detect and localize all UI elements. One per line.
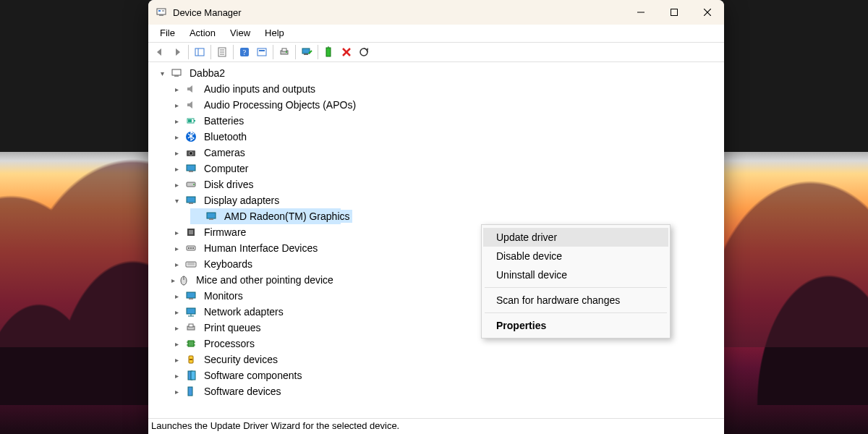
svg-rect-0: [157, 9, 166, 14]
svg-point-20: [286, 51, 287, 53]
chevron-right-icon[interactable]: ▸: [171, 386, 182, 396]
chevron-right-icon[interactable]: ▸: [171, 291, 182, 301]
chevron-down-icon[interactable]: ▾: [157, 68, 167, 78]
svg-rect-55: [189, 298, 193, 299]
tree-label: Batteries: [202, 114, 246, 127]
status-text: Launches the Update Driver Wizard for th…: [151, 420, 399, 431]
tree-label: Processors: [202, 337, 257, 350]
window-title: Device Manager: [173, 7, 624, 18]
svg-rect-67: [190, 359, 192, 360]
chevron-right-icon[interactable]: ▸: [171, 179, 182, 190]
chevron-right-icon[interactable]: ▸: [171, 116, 182, 126]
disable-icon[interactable]: [338, 43, 355, 61]
ctx-properties[interactable]: Properties: [483, 316, 668, 335]
tree-category[interactable]: ▸ Batteries: [153, 113, 724, 129]
tree-root[interactable]: ▾ Dabba2: [153, 65, 724, 81]
software-icon: [184, 385, 197, 398]
svg-rect-16: [258, 48, 266, 56]
tree-category[interactable]: ▸ Computer: [153, 161, 724, 176]
menu-view[interactable]: View: [223, 26, 258, 40]
disk-icon: [184, 178, 197, 191]
tree-label: Computer: [202, 162, 250, 175]
tree-label: Security devices: [202, 353, 280, 366]
tree-category[interactable]: ▸ Audio inputs and outputs: [153, 81, 724, 97]
tree-category[interactable]: ▸ Disk drives: [153, 176, 724, 192]
action-icon[interactable]: [253, 43, 271, 61]
tree-category[interactable]: ▸ Bluetooth: [153, 129, 724, 145]
tree-label: Disk drives: [202, 178, 255, 191]
monitor-icon: [205, 210, 218, 223]
chevron-right-icon[interactable]: ▸: [171, 370, 182, 380]
tree-label: Software components: [202, 369, 304, 382]
chevron-right-icon[interactable]: ▸: [171, 84, 182, 94]
menu-action[interactable]: Action: [182, 26, 223, 40]
menu-file[interactable]: File: [153, 26, 182, 40]
tree-category[interactable]: ▸ Audio Processing Objects (APOs): [153, 97, 724, 113]
bluetooth-icon: [184, 130, 197, 143]
chevron-right-icon[interactable]: ▸: [171, 259, 182, 269]
chevron-right-icon[interactable]: ▸: [171, 132, 182, 142]
chevron-right-icon[interactable]: ▸: [171, 307, 182, 317]
chevron-right-icon[interactable]: ▸: [171, 100, 182, 110]
chevron-right-icon[interactable]: ▸: [171, 354, 182, 365]
ctx-scan-hardware[interactable]: Scan for hardware changes: [483, 291, 668, 310]
tree-category[interactable]: ▸ Software devices: [153, 383, 724, 399]
maximize-button[interactable]: [658, 0, 691, 25]
svg-rect-60: [189, 324, 193, 327]
chevron-right-icon[interactable]: ▸: [171, 148, 182, 158]
svg-rect-41: [207, 213, 216, 218]
chevron-right-icon[interactable]: ▸: [171, 339, 182, 349]
menu-help[interactable]: Help: [258, 26, 292, 40]
tree-label: Network adapters: [202, 305, 286, 318]
forward-icon[interactable]: [169, 43, 186, 61]
chevron-right-icon[interactable]: ▸: [171, 163, 182, 174]
chevron-down-icon[interactable]: ▾: [171, 195, 182, 205]
tree-label: Bluetooth: [202, 130, 249, 143]
chevron-right-icon[interactable]: ▸: [171, 227, 182, 237]
back-icon[interactable]: [151, 43, 169, 61]
camera-icon: [184, 146, 197, 159]
tree-category[interactable]: ▸ Software components: [153, 367, 724, 383]
update-driver-icon[interactable]: [298, 43, 315, 61]
tree-category-display-adapters[interactable]: ▾ Display adapters: [153, 192, 724, 208]
show-hide-console-icon[interactable]: [191, 43, 208, 61]
close-button[interactable]: [691, 0, 724, 25]
print-icon[interactable]: [276, 43, 293, 61]
hid-icon: [184, 242, 197, 255]
help-icon[interactable]: ?: [236, 43, 253, 61]
menubar: File Action View Help: [148, 25, 724, 42]
window-controls: [624, 0, 724, 25]
chevron-right-icon[interactable]: ▸: [171, 323, 182, 333]
security-icon: [184, 353, 197, 366]
properties-icon[interactable]: [213, 43, 231, 61]
tree-device-amd-radeon[interactable]: AMD Radeon(TM) Graphics: [153, 208, 724, 224]
tree-label: Audio Processing Objects (APOs): [202, 98, 358, 111]
chevron-right-icon[interactable]: ▸: [171, 243, 182, 253]
ctx-uninstall-device[interactable]: Uninstall device: [483, 265, 668, 284]
tree-category[interactable]: ▸ Cameras: [153, 145, 724, 161]
context-menu: Update driver Disable device Uninstall d…: [481, 224, 671, 339]
tree-label: Software devices: [202, 385, 284, 398]
scan-icon[interactable]: [355, 43, 373, 61]
toolbar: ?: [148, 42, 724, 62]
titlebar[interactable]: Device Manager: [148, 0, 724, 25]
tree-label: Monitors: [202, 289, 245, 302]
tree-category[interactable]: ▸ Mice and other pointing devices: [153, 272, 333, 288]
context-separator: [485, 287, 667, 288]
svg-text:?: ?: [243, 48, 247, 56]
svg-rect-47: [190, 247, 192, 249]
tree-category[interactable]: ▸ Security devices: [153, 352, 724, 367]
software-icon: [184, 369, 197, 382]
svg-rect-23: [326, 48, 331, 56]
no-expander: [192, 211, 202, 221]
chevron-right-icon[interactable]: ▸: [171, 275, 175, 285]
svg-rect-5: [671, 9, 678, 16]
ctx-update-driver[interactable]: Update driver: [483, 228, 668, 247]
enable-icon[interactable]: [320, 43, 338, 61]
context-separator: [485, 312, 667, 313]
minimize-button[interactable]: [624, 0, 658, 25]
app-icon: [156, 7, 167, 18]
ctx-disable-device[interactable]: Disable device: [483, 247, 668, 265]
network-icon: [184, 305, 197, 318]
firmware-icon: [184, 226, 197, 239]
